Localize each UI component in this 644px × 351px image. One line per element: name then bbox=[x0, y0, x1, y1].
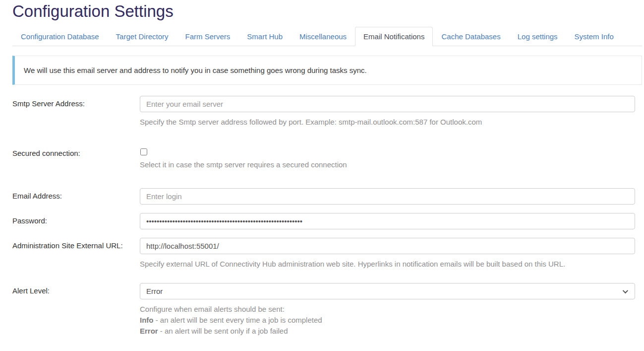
smtp-server-label: Smtp Server Address: bbox=[12, 96, 140, 128]
form-row-admin-url: Administration Site External URL: Specif… bbox=[12, 238, 643, 270]
form-row-password: Password: bbox=[12, 213, 643, 229]
tab-email-notifications[interactable]: Email Notifications bbox=[355, 27, 433, 46]
secured-connection-label: Secured connection: bbox=[12, 145, 140, 170]
alert-level-help-error: Error - an alert will be sent only if a … bbox=[140, 326, 635, 337]
page-container: Configuration Settings Configuration Dat… bbox=[0, 2, 644, 351]
form-row-email: Email Address: bbox=[12, 188, 643, 205]
admin-url-label: Administration Site External URL: bbox=[12, 238, 140, 270]
email-address-input[interactable] bbox=[140, 188, 635, 205]
form-row-secured: Secured connection: Select it in case th… bbox=[12, 145, 643, 170]
admin-url-help: Specify external URL of Connectivity Hub… bbox=[140, 259, 635, 270]
smtp-server-help: Specify the Smtp server address followed… bbox=[140, 117, 635, 128]
tab-bar: Configuration Database Target Directory … bbox=[12, 27, 642, 46]
alert-level-help: Configure when email alerts should be se… bbox=[140, 304, 635, 336]
chevron-down-icon bbox=[623, 288, 628, 293]
form-row-smtp: Smtp Server Address: Specify the Smtp se… bbox=[12, 96, 643, 128]
form-row-alert-level: Alert Level: Error Configure when email … bbox=[12, 283, 643, 336]
info-alert-text: We will use this email server and addres… bbox=[24, 66, 367, 74]
secured-connection-checkbox[interactable] bbox=[140, 148, 147, 155]
alert-level-selected-value: Error bbox=[146, 287, 163, 295]
tab-target-directory[interactable]: Target Directory bbox=[108, 27, 177, 46]
smtp-server-input[interactable] bbox=[140, 96, 635, 112]
tab-miscellaneous[interactable]: Miscellaneous bbox=[291, 27, 355, 46]
alert-level-select[interactable]: Error bbox=[140, 283, 635, 299]
tab-smart-hub[interactable]: Smart Hub bbox=[238, 27, 291, 46]
admin-url-input[interactable] bbox=[140, 238, 635, 254]
password-input[interactable] bbox=[140, 213, 635, 229]
email-address-label: Email Address: bbox=[12, 188, 140, 205]
tab-cache-databases[interactable]: Cache Databases bbox=[433, 27, 509, 46]
secured-connection-help: Select it in case the smtp server requir… bbox=[140, 159, 635, 170]
tab-farm-servers[interactable]: Farm Servers bbox=[176, 27, 238, 46]
password-label: Password: bbox=[12, 213, 140, 229]
page-title: Configuration Settings bbox=[12, 2, 643, 21]
alert-level-label: Alert Level: bbox=[12, 283, 140, 336]
tab-log-settings[interactable]: Log settings bbox=[509, 27, 566, 46]
tab-configuration-database[interactable]: Configuration Database bbox=[12, 27, 108, 46]
info-alert: We will use this email server and addres… bbox=[12, 56, 642, 85]
alert-level-help-intro: Configure when email alerts should be se… bbox=[140, 304, 635, 315]
alert-level-help-info: Info - an alert will be sent every time … bbox=[140, 315, 635, 326]
tab-system-info[interactable]: System Info bbox=[566, 27, 622, 46]
email-notifications-form: Smtp Server Address: Specify the Smtp se… bbox=[12, 96, 643, 351]
